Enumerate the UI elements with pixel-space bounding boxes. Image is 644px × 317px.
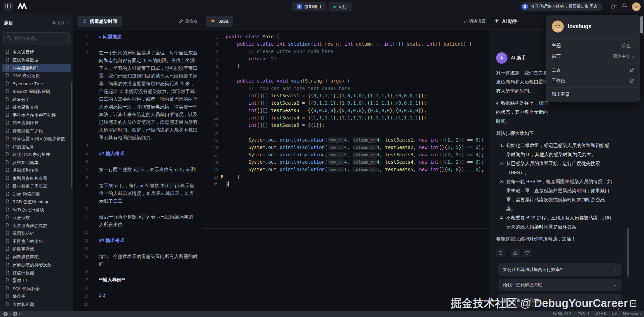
document-icon [5, 136, 10, 142]
document-icon [5, 239, 10, 244]
line-number: 6 [202, 70, 218, 77]
sidebar-toggle-button[interactable] [3, 2, 13, 11]
warnings-icon[interactable]: ! [13, 312, 17, 316]
status-segment[interactable]: Markdown [623, 311, 641, 316]
menu-item-工作台[interactable]: 工作台 [546, 75, 640, 86]
markdown-line-content: 4 4 [99, 292, 198, 300]
status-segment[interactable]: LF [612, 311, 617, 316]
bell-icon[interactable] [622, 3, 628, 10]
sidebar-item[interactable]: Base32 编码和解码 [2, 88, 71, 96]
run-button[interactable]: ▶ 运行 [329, 2, 352, 11]
menu-item-退出登录[interactable]: 退出登录 [546, 89, 640, 100]
thumbs-down-button[interactable] [523, 249, 532, 257]
sidebar-item-label: Base32 编码和解码 [12, 89, 50, 95]
status-segment[interactable]: 行 33, 列 2 [553, 311, 571, 316]
ai-text-line: 时间。 [496, 117, 612, 126]
sidebar-item-label: RGB 色值转 Integer [12, 199, 51, 205]
search-input[interactable] [14, 36, 61, 41]
app-logo-icon[interactable] [17, 2, 28, 11]
ai-suggestion-chip[interactable]: 给我一些代码提示吧→ [498, 279, 622, 291]
document-icon [5, 168, 10, 173]
sidebar-item[interactable]: 阿 D 的飞行路线 [2, 206, 71, 214]
sidebar-item[interactable]: 和的逆运算 [2, 143, 71, 151]
sidebar-item[interactable]: DNA 序列还原 [2, 72, 71, 80]
sidebar-item[interactable]: 创意标题匹配 [2, 253, 71, 261]
sidebar-item[interactable]: 拿到最多红包金额 [2, 174, 71, 182]
line-number: 17 [73, 276, 88, 284]
sidebar-item-label: Cion 勒索病毒 [12, 191, 40, 197]
sidebar-item[interactable]: 猜数字游戏 [2, 246, 71, 254]
sidebar-item[interactable]: SQL 代码补全 [2, 285, 71, 293]
sidebar-item[interactable]: 最小替换子串长度 [2, 182, 71, 191]
sidebar-item[interactable]: 青海湖租车之旅 [2, 127, 71, 135]
sidebar-item[interactable]: 大数和距离 [2, 301, 71, 309]
rename-button[interactable]: 重命名 [179, 18, 198, 24]
sidebar-item[interactable]: Cion 勒索病毒 [2, 190, 71, 198]
user-avatar[interactable] [632, 2, 641, 11]
sidebar-item[interactable]: 猫鱼分干 [2, 96, 71, 104]
sidebar-item[interactable]: 百分位数 [2, 214, 71, 222]
sidebar-item[interactable]: 病毒感染时间 [2, 64, 71, 72]
sidebar-item[interactable]: 进制求和转换 [2, 167, 71, 175]
line-number: 4 [202, 55, 218, 62]
sidebar-item[interactable]: RGB 色值转 Integer [2, 198, 71, 206]
line-number: 21 [202, 180, 218, 188]
sidebar-item[interactable]: 查找热点数据 [2, 56, 71, 64]
line-number: 14 [73, 245, 88, 253]
menu-item-主页[interactable]: 主页 [546, 65, 640, 75]
sidebar-item[interactable]: 简单四则计算 [2, 119, 71, 127]
sidebar-item[interactable]: 穿越沙漠的补给次数 [2, 261, 71, 269]
errors-icon[interactable]: × [3, 312, 8, 316]
add-problem-button[interactable]: + 添加题目 [292, 2, 326, 11]
regenerate-button[interactable] [496, 249, 505, 257]
sidebar-item[interactable]: 蛋糕工厂 [2, 277, 71, 285]
search-box[interactable] [3, 32, 70, 45]
sidebar-item[interactable]: 比赛最高获胜次数 [2, 222, 71, 230]
sidebar-item[interactable]: 叠盘子 [2, 293, 71, 301]
ai-input-box[interactable] [502, 307, 619, 311]
ai-assistant-name: AI 助手 [511, 55, 526, 61]
ai-question-input[interactable] [502, 307, 619, 311]
code-line-content: return -2; [226, 55, 277, 62]
status-segment[interactable]: 空格: 4 [577, 311, 589, 316]
sidebar-item[interactable]: 链表聚集交换 [2, 104, 71, 112]
sidebar-item[interactable]: 不再贪心的小包 [2, 237, 71, 246]
sidebar-item[interactable]: 环状 DNA 序列整理 [2, 151, 71, 159]
ai-suggestion-chip[interactable]: 帮我检查一下代码→ [498, 294, 622, 307]
status-segment[interactable]: UTF-8 [595, 311, 606, 316]
sidebar-item[interactable]: 字符串有多少种可能性 [2, 111, 71, 119]
sidebar-item-label: 及格如此简单 [12, 160, 39, 166]
doc-badge-icon [522, 4, 528, 10]
menu-item-主题[interactable]: 主题暗色› [546, 40, 640, 51]
sidebar-item[interactable]: 暴雨梨花针 [2, 230, 71, 238]
switch-language-button[interactable]: ⇄ 切换语言 [464, 18, 486, 24]
problem-sidebar: 题目 共 100 个 多米诺骨牌查找热点数据病毒感染时间DNA 序列还原Byte… [0, 13, 73, 311]
sidebar-item[interactable]: 及格如此简单 [2, 159, 71, 167]
sidebar-item[interactable]: Bytedance Tree [2, 80, 71, 88]
line-number: 1 [202, 33, 218, 40]
sidebar-item[interactable]: 多米诺骨牌 [2, 48, 71, 56]
markdown-editor[interactable]: 1# 问题描述23在一个封闭的房间里摆满了座位，每个座位东西向和南北向都有固定 … [73, 30, 202, 311]
help-icon[interactable]: ? [611, 4, 617, 9]
sidebar-scrollbar[interactable] [71, 82, 72, 188]
code-line: 15 System.out.println(solution(row_n:4, … [202, 136, 490, 144]
line-number: 7 [73, 166, 88, 174]
description-tab[interactable]: 病毒感染时间 [77, 16, 122, 27]
quick-fix-lightbulb-icon[interactable] [218, 173, 226, 180]
menu-item-label: 主页 [552, 67, 561, 73]
menu-item-语言[interactable]: 语言简体中文› [546, 51, 640, 62]
sidebar-item[interactable]: 打点计数器 [2, 269, 71, 277]
markdown-line: 13## 输出格式 [73, 236, 202, 245]
ai-suggestion-chip[interactable]: 如何优化算法以提高运行效率?→ [498, 263, 622, 276]
markdown-line: 18 [73, 284, 202, 292]
language-tab-java[interactable]: Java [206, 16, 233, 27]
promo-banner[interactable]: 分享代码练习体验，领限量定制周边 [520, 2, 602, 11]
editor-split-divider[interactable] [202, 228, 490, 229]
ai-chat-scrollbar[interactable] [627, 228, 629, 277]
code-editor[interactable]: 1public class Main {2 public static int … [202, 30, 490, 311]
sidebar-item[interactable]: 计算位置 x 到 y 的最少步数 [2, 135, 71, 143]
document-icon [5, 199, 10, 205]
thumbs-up-button[interactable] [511, 249, 520, 257]
code-line: 1public class Main { [202, 33, 490, 40]
window-scrollbar[interactable] [640, 16, 643, 34]
